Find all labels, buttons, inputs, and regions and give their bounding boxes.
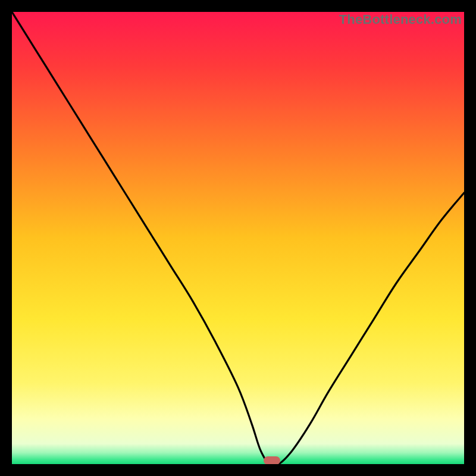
watermark-text: TheBottleneck.com (339, 12, 462, 27)
